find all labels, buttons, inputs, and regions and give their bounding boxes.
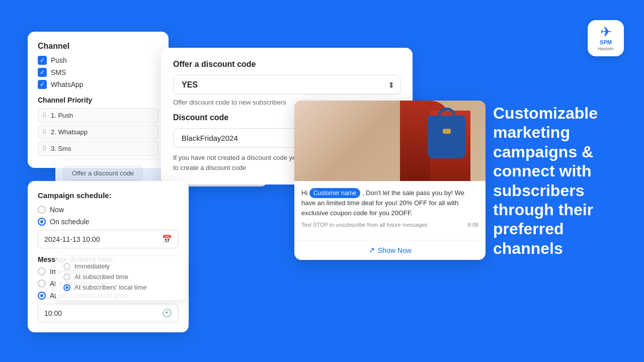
priority-push[interactable]: ⠿ 1. Push [38, 108, 158, 123]
ghost-subscribed: At subscribed time [63, 273, 178, 281]
link-hint-text2: to create a discount code [173, 164, 246, 171]
channel-card: Channel ✓ Push ✓ SMS ✓ WhatsApp Channel … [28, 32, 169, 168]
whatsapp-message-body: Hi Customer name , Don't let the sale pa… [294, 181, 486, 240]
priority-whatsapp-label: 2. Whatsapp [51, 128, 88, 136]
offer-discount-title: Offer a discount code [173, 60, 400, 69]
ghost-immediately: Immediately [63, 262, 178, 270]
customer-name-badge: Customer name [309, 188, 360, 198]
ghost-schedule-card: Immediately At subscribed time At subscr… [55, 256, 186, 300]
spm-brand-text: SPM [600, 39, 612, 46]
ghost-local-label: At subscribers' local time [74, 284, 146, 291]
ghost-subscribed-label: At subscribed time [74, 273, 128, 281]
offer-select[interactable]: YES NO [173, 75, 400, 95]
whatsapp-footer[interactable]: ↗ Show Now [294, 240, 486, 260]
external-link-icon: ↗ [368, 245, 375, 255]
whatsapp-footer-text: Text STOP to unsubscribe from all future… [301, 222, 428, 228]
drag-handle-icon: ⠿ [42, 129, 47, 136]
clock-icon: 🕙 [162, 308, 172, 318]
ghost-immediately-label: Immediately [74, 262, 110, 270]
sms-checkbox[interactable]: ✓ [38, 68, 47, 77]
ghost-local-radio [63, 284, 70, 291]
priority-whatsapp[interactable]: ⠿ 2. Whatsapp [38, 125, 158, 139]
spm-logo: ✈ SPM Hextom [588, 20, 624, 56]
hextom-text: Hextom [598, 46, 613, 51]
ghost-subscribed-radio [63, 274, 70, 281]
priority-sms-label: 3. Sms [51, 145, 71, 152]
whatsapp-preview-card: Hi Customer name , Don't let the sale pa… [294, 101, 486, 260]
whatsapp-checkbox[interactable]: ✓ [38, 80, 47, 89]
now-label: Now [50, 206, 64, 214]
whatsapp-meta-row: Text STOP to unsubscribe from all future… [301, 222, 478, 233]
ghost-immediately-radio [63, 263, 70, 270]
priority-sms[interactable]: ⠿ 3. Sms [38, 141, 158, 156]
whatsapp-label: WhatsApp [51, 80, 84, 88]
now-radio-item[interactable]: Now [38, 206, 179, 214]
calendar-icon: 📅 [162, 234, 172, 244]
priority-push-label: 1. Push [51, 112, 73, 119]
ghost-local: At subscribers' local time [63, 284, 178, 291]
schedule-title: Campaign schedule: [38, 191, 179, 200]
whatsapp-message-text: Hi Customer name , Don't let the sale pa… [301, 188, 478, 218]
paper-plane-icon: ✈ [600, 25, 612, 39]
drag-handle-icon: ⠿ [42, 145, 47, 152]
priority-title: Channel Priority [38, 96, 158, 104]
whatsapp-time: 8:08 [468, 222, 478, 228]
push-checkbox-item[interactable]: ✓ Push [38, 56, 158, 65]
offer-select-wrapper[interactable]: YES NO ⬍ [173, 75, 400, 95]
channel-title: Channel [38, 42, 158, 51]
right-marketing-text: Customizable marketing campaigns & conne… [493, 104, 624, 258]
push-label: Push [51, 56, 67, 64]
date-input[interactable] [44, 235, 162, 243]
sms-label: SMS [51, 68, 66, 76]
sms-checkbox-item[interactable]: ✓ SMS [38, 68, 158, 77]
local-time-radio[interactable] [38, 292, 46, 300]
offer-discount-ghost-btn: Offer a discount code [63, 166, 142, 180]
marketing-heading: Customizable marketing campaigns & conne… [493, 104, 624, 258]
on-schedule-radio-item[interactable]: On schedule [38, 218, 179, 226]
time-input[interactable] [44, 309, 162, 317]
immediately-radio[interactable] [38, 267, 46, 276]
subscribed-time-radio[interactable] [38, 280, 46, 288]
message-prefix: Hi [301, 189, 309, 197]
show-now-link[interactable]: Show Now [378, 246, 412, 254]
drag-handle-icon: ⠿ [42, 112, 47, 119]
push-checkbox[interactable]: ✓ [38, 56, 47, 65]
whatsapp-product-image [294, 101, 486, 181]
on-schedule-radio[interactable] [38, 218, 46, 226]
date-input-wrapper[interactable]: 📅 [38, 230, 179, 248]
now-radio[interactable] [38, 206, 46, 214]
time-input-wrapper[interactable]: 🕙 [38, 304, 179, 322]
on-schedule-label: On schedule [50, 218, 90, 226]
whatsapp-checkbox-item[interactable]: ✓ WhatsApp [38, 80, 158, 89]
